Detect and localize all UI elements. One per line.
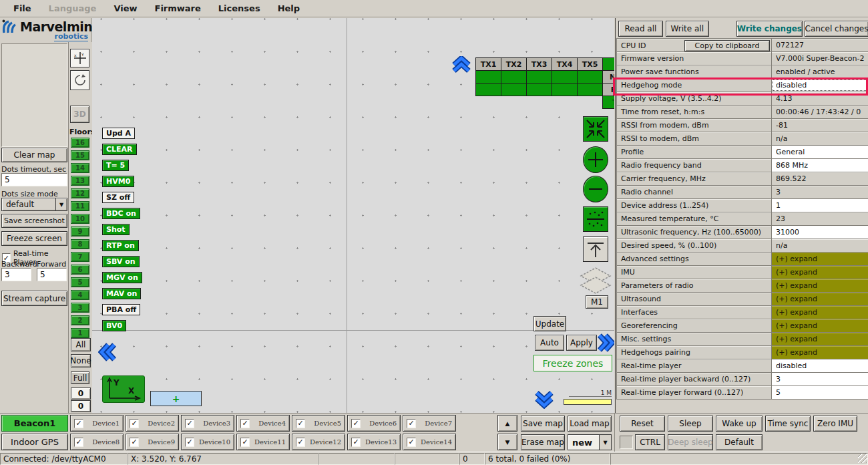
property-value[interactable]: 3 [771, 185, 868, 199]
add-submap-button[interactable]: + [150, 391, 202, 406]
xy-axis-indicator[interactable]: Y X [102, 375, 145, 403]
device-checkbox[interactable]: ✓ [240, 419, 250, 428]
floor-button[interactable]: 5 [71, 277, 89, 287]
tx-cell[interactable] [475, 83, 501, 96]
write-all-button[interactable]: Write all [666, 21, 709, 37]
load-map-button[interactable]: Load map [568, 416, 612, 432]
backward-input[interactable]: 3 [1, 268, 31, 281]
device-toggle[interactable]: ✓ Device11 [236, 434, 290, 450]
copy-to-clipboard-button[interactable]: Copy to clipboard [684, 40, 770, 51]
read-all-button[interactable]: Read all [618, 21, 663, 37]
resize-grip[interactable] [858, 454, 867, 463]
tx-cell[interactable]: TX1 [475, 57, 501, 71]
property-value[interactable]: disabled [771, 78, 868, 92]
device-checkbox[interactable]: ✓ [240, 438, 250, 447]
device-checkbox[interactable]: ✓ [74, 438, 83, 447]
upload-icon[interactable] [583, 237, 608, 262]
device-toggle[interactable]: ✓ Device13 [347, 434, 401, 450]
menu-item[interactable]: Firmware [147, 1, 209, 15]
device-toggle[interactable]: ✓ Device4 [236, 415, 290, 432]
freeze-screen-button[interactable]: Freeze screen [1, 231, 67, 246]
property-value[interactable]: (+) expand [771, 292, 868, 306]
property-value[interactable]: General [771, 145, 868, 159]
device-checkbox[interactable]: ✓ [185, 438, 194, 447]
property-value[interactable]: 3 [771, 372, 868, 386]
menu-item[interactable]: Language [41, 1, 105, 15]
floor-button[interactable]: 16 [71, 138, 89, 148]
tx-cell[interactable] [501, 70, 527, 84]
dots-size-select[interactable]: default ▼ [1, 198, 67, 211]
tx-cell[interactable] [577, 70, 603, 84]
tx-cell[interactable]: TX5 [577, 57, 603, 71]
floor-button[interactable]: 12 [71, 188, 89, 198]
indoor-gps-button[interactable]: Indoor GPS [1, 434, 68, 450]
layers-icon[interactable] [580, 267, 612, 296]
menu-item[interactable]: Licenses [210, 1, 268, 15]
zero-imu-button[interactable]: Zero IMU [813, 416, 857, 432]
dots-timeout-input[interactable]: 5 [1, 173, 67, 186]
collapse-down-icon[interactable] [535, 389, 554, 410]
device-checkbox[interactable]: ✓ [407, 419, 416, 428]
stream-capture-button[interactable]: Stream capture [1, 291, 67, 306]
menu-item[interactable]: File [5, 1, 39, 15]
update-button[interactable]: Update [533, 316, 566, 331]
floor-button[interactable]: 6 [71, 265, 89, 275]
collapse-left-icon[interactable] [98, 342, 117, 362]
ctrl-button[interactable]: CTRL [635, 434, 665, 450]
map-overlay-button[interactable]: Shot [102, 224, 130, 235]
3d-view-button[interactable]: 3D [70, 106, 89, 123]
device-toggle[interactable]: ✓ Device3 [181, 415, 234, 432]
menu-item[interactable]: View [105, 1, 145, 15]
time-sync-button[interactable]: Time sync [765, 416, 811, 432]
property-value[interactable]: V7.000i Super-Beacon-2 [771, 51, 868, 65]
floor-button[interactable]: 13 [71, 176, 89, 186]
reset-button[interactable]: Reset [620, 416, 665, 432]
erase-map-button[interactable]: Erase map [521, 434, 565, 450]
device-checkbox[interactable]: ✓ [130, 438, 139, 447]
rotate-tool-button[interactable] [70, 70, 89, 90]
floor-button[interactable]: 7 [71, 252, 89, 262]
tx-cell[interactable]: TX/RX [602, 96, 614, 109]
property-value[interactable]: 5 [771, 385, 868, 400]
floor-button[interactable]: 1 [71, 328, 89, 338]
scroll-devices-up-button[interactable]: ▲ [497, 415, 517, 432]
fit-to-screen-icon[interactable] [583, 116, 608, 142]
map-name-select[interactable]: new ▼ [568, 434, 612, 450]
property-value[interactable]: (+) expand [771, 345, 868, 359]
sleep-button[interactable]: Sleep [668, 416, 713, 432]
device-checkbox[interactable]: ✓ [351, 438, 361, 447]
tx-cell[interactable] [552, 83, 578, 96]
device-toggle[interactable]: ✓ Device2 [126, 415, 179, 432]
dots-display-icon[interactable] [583, 206, 608, 232]
clear-map-button[interactable]: Clear map [1, 148, 67, 162]
property-value[interactable]: 4.13 [771, 92, 868, 106]
m1-button[interactable]: M1 [586, 295, 608, 309]
map-overlay-button[interactable]: MAV on [102, 288, 141, 299]
deep-sleep-button[interactable]: Deep sleep [668, 434, 713, 450]
zoom-out-icon[interactable] [583, 176, 608, 202]
tx-cell[interactable] [552, 70, 578, 84]
xy-axes-tool-button[interactable]: xY [70, 49, 89, 67]
tx-cell[interactable]: TX2 [501, 57, 527, 71]
property-value[interactable]: 868 MHz [771, 158, 868, 172]
floor-button[interactable]: 15 [71, 150, 89, 160]
device-toggle[interactable]: ✓ Device10 [181, 434, 234, 450]
tx-cell[interactable]: Frozen [602, 83, 614, 96]
property-value[interactable]: 1 [771, 198, 868, 212]
tx-cell[interactable] [526, 83, 552, 96]
floor-button[interactable]: 11 [71, 201, 89, 211]
write-changes-button[interactable]: Write changes [736, 21, 803, 37]
floor-button[interactable]: 10 [71, 214, 89, 224]
map-overlay-button[interactable]: RTP on [102, 240, 139, 251]
ctrl-checkbox[interactable] [620, 436, 633, 449]
map-overlay-button[interactable]: BDC on [102, 208, 140, 219]
floors-full-button[interactable]: Full [71, 371, 89, 384]
device-checkbox[interactable]: ✓ [351, 419, 361, 428]
device-checkbox[interactable]: ✓ [296, 419, 305, 428]
tx-cell[interactable]: HIDE [602, 57, 614, 71]
property-value[interactable]: disabled [771, 359, 868, 373]
property-value[interactable]: (+) expand [771, 332, 868, 346]
device-toggle[interactable]: ✓ Device7 [403, 415, 456, 432]
property-value[interactable]: enabled / active [771, 65, 868, 79]
device-checkbox[interactable]: ✓ [296, 438, 305, 447]
